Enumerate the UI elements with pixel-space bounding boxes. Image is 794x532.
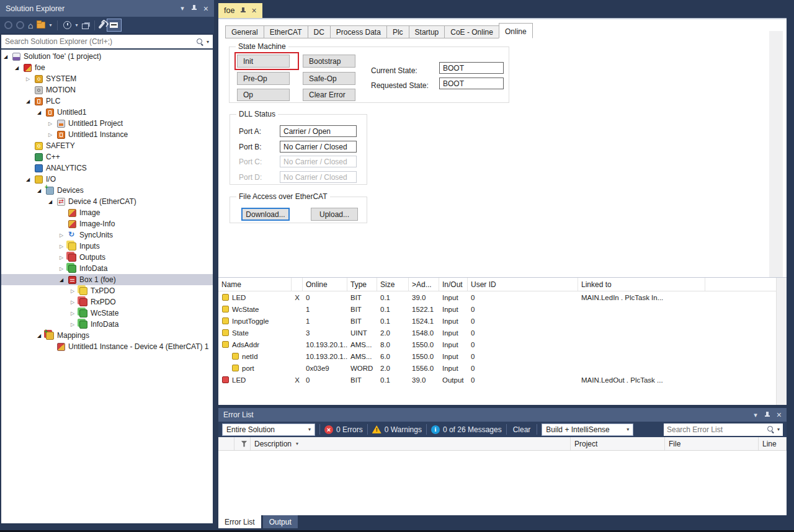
tree-item-inputs[interactable]: Inputs — [1, 241, 213, 252]
expand-arrow-icon[interactable] — [37, 110, 46, 115]
tab-output[interactable]: Output — [263, 515, 298, 528]
grid-col-addr[interactable]: >Ad... — [409, 278, 439, 291]
grid-col-name[interactable]: Name — [218, 278, 292, 291]
close-icon[interactable]: × — [203, 4, 208, 13]
collapse-arrow-icon[interactable] — [60, 244, 68, 249]
init-button[interactable]: Init — [237, 55, 290, 68]
tree-item-system[interactable]: SYSTEM — [1, 73, 213, 84]
grid-row-wcstate[interactable]: WcState 1 BIT 0.1 1522.1 Input 0 — [218, 303, 787, 315]
requested-state-value[interactable]: BOOT — [439, 78, 504, 89]
collapse-all-button[interactable] — [107, 19, 122, 32]
tree-item-txpdo[interactable]: TxPDO — [1, 285, 213, 296]
search-options-chevron-icon[interactable]: ▾ — [207, 39, 209, 45]
grid-col-size[interactable]: Size — [377, 278, 409, 291]
search-icon[interactable] — [767, 425, 775, 433]
tree-item-foe[interactable]: foe — [1, 62, 213, 73]
download-button[interactable]: Download... — [241, 208, 290, 221]
tree-item-outputs[interactable]: Outputs — [1, 252, 213, 263]
collapse-arrow-icon[interactable] — [71, 299, 79, 305]
tab-process-data[interactable]: Process Data — [330, 25, 387, 38]
grid-col-userid[interactable]: User ID — [468, 278, 578, 291]
pending-changes-chevron-icon[interactable]: ▾ — [75, 23, 78, 28]
tree-item-untitled1-instance[interactable]: Untitled1 Instance — [1, 129, 213, 140]
tree-item-solution[interactable]: Solution 'foe' (1 project) — [1, 51, 213, 62]
tree-item-rxpdo[interactable]: RxPDO — [1, 296, 213, 308]
error-search-input[interactable] — [667, 425, 767, 434]
messages-filter-button[interactable]: 0 of 26 Messages — [431, 425, 502, 434]
grid-row-adsaddr[interactable]: AdsAddr 10.193.20.1... AMS... 8.0 1550.0… — [218, 339, 787, 350]
current-state-value[interactable]: BOOT — [439, 62, 504, 74]
collapse-arrow-icon[interactable] — [71, 288, 79, 294]
tree-item-mapping-instance[interactable]: Untitled1 Instance - Device 4 (EtherCAT)… — [1, 341, 213, 352]
form-scrollbar[interactable] — [769, 31, 783, 277]
project-column[interactable]: Project — [571, 437, 665, 450]
upload-button[interactable]: Upload... — [311, 208, 358, 221]
grid-col-linkedto[interactable]: Linked to — [578, 278, 705, 291]
collapse-arrow-icon[interactable] — [26, 76, 35, 82]
tab-pin-icon[interactable] — [240, 7, 246, 15]
pending-changes-icon[interactable] — [63, 21, 71, 29]
search-icon[interactable] — [196, 38, 204, 46]
tree-item-box1-selected[interactable]: Box 1 (foe) — [1, 274, 213, 285]
tree-item-image-info[interactable]: Image-Info — [1, 218, 213, 229]
grid-col-inout[interactable]: In/Out — [439, 278, 468, 291]
grid-col-online[interactable]: Online — [303, 278, 347, 291]
file-column[interactable]: File — [665, 437, 759, 450]
tab-coe-online[interactable]: CoE - Online — [444, 25, 499, 38]
window-menu-chevron-icon[interactable]: ▾ — [754, 412, 757, 419]
tab-online[interactable]: Online — [499, 23, 533, 38]
grid-row-led-input[interactable]: LED X 0 BIT 0.1 39.0 Input 0 MAIN.LedIn … — [218, 291, 787, 303]
search-input[interactable] — [5, 37, 196, 46]
collapse-arrow-icon[interactable] — [60, 233, 68, 238]
expand-arrow-icon[interactable] — [15, 65, 24, 71]
port-b-value[interactable]: No Carrier / Closed — [280, 141, 357, 153]
expand-arrow-icon[interactable] — [26, 99, 35, 104]
switch-views-icon[interactable] — [37, 22, 45, 29]
warnings-filter-button[interactable]: 0 Warnings — [372, 425, 422, 434]
line-column[interactable]: Line — [759, 437, 787, 450]
grid-row-netid[interactable]: netId 10.193.20.1... AMS... 6.0 1550.0 I… — [218, 350, 787, 362]
tree-item-mappings[interactable]: Mappings — [1, 330, 213, 341]
filter-column[interactable] — [234, 437, 251, 450]
tree-item-image[interactable]: Image — [1, 207, 213, 218]
properties-wrench-icon[interactable] — [98, 21, 105, 29]
preop-button[interactable]: Pre-Op — [237, 72, 290, 85]
grid-col-flag[interactable] — [292, 278, 303, 291]
tree-item-untitled1[interactable]: Untitled1 — [1, 107, 213, 118]
tree-item-motion[interactable]: MOTION — [1, 84, 213, 95]
grid-col-type[interactable]: Type — [347, 278, 377, 291]
tab-plc[interactable]: Plc — [386, 25, 409, 38]
search-options-chevron-icon[interactable]: ▾ — [777, 427, 780, 432]
tab-ethercat[interactable]: EtherCAT — [264, 25, 308, 38]
tree-item-infodata2[interactable]: InfoData — [1, 319, 213, 330]
expand-arrow-icon[interactable] — [26, 177, 35, 182]
tree-item-plc[interactable]: PLC — [1, 95, 213, 107]
preview-windows-icon[interactable] — [82, 24, 89, 29]
collapse-arrow-icon[interactable] — [60, 266, 68, 272]
errors-filter-button[interactable]: 0 Errors — [324, 425, 363, 434]
document-tab-foe[interactable]: foe × — [218, 3, 262, 18]
tree-item-device4[interactable]: Device 4 (EtherCAT) — [1, 196, 213, 207]
grid-scrollbar[interactable] — [776, 278, 787, 405]
port-a-value[interactable]: Carrier / Open — [280, 125, 357, 137]
clear-button[interactable]: Clear — [511, 425, 533, 434]
pin-icon[interactable] — [764, 411, 770, 419]
grid-row-port[interactable]: port 0x03e9 WORD 2.0 1556.0 Input 0 — [218, 362, 787, 374]
scope-filter-dropdown[interactable]: Entire Solution▾ — [222, 423, 315, 436]
forward-icon[interactable] — [16, 21, 24, 29]
tree-item-syncunits[interactable]: SyncUnits — [1, 229, 213, 241]
collapse-arrow-icon[interactable] — [48, 121, 57, 126]
tree-item-safety[interactable]: SAFETY — [1, 140, 213, 151]
tree-item-cpp[interactable]: C++ — [1, 151, 213, 162]
build-filter-dropdown[interactable]: Build + IntelliSense▾ — [542, 423, 633, 436]
tree-item-analytics[interactable]: ANALYTICS — [1, 162, 213, 174]
collapse-arrow-icon[interactable] — [71, 311, 79, 316]
tree-item-untitled1-project[interactable]: Untitled1 Project — [1, 118, 213, 129]
tree-item-devices[interactable]: Devices — [1, 185, 213, 196]
expand-arrow-icon[interactable] — [48, 199, 57, 205]
tab-startup[interactable]: Startup — [409, 25, 445, 38]
tab-general[interactable]: General — [225, 25, 264, 38]
collapse-arrow-icon[interactable] — [71, 322, 79, 327]
grid-row-state[interactable]: State 3 UINT 2.0 1548.0 Input 0 — [218, 327, 787, 339]
safeop-button[interactable]: Safe-Op — [303, 72, 355, 85]
